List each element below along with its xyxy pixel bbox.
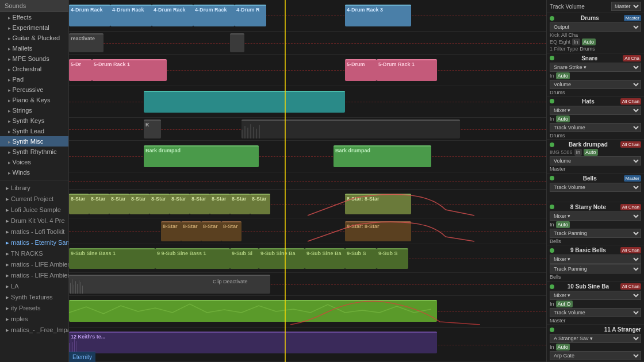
clip-subsine6[interactable]: 9-Sub S <box>345 248 377 269</box>
sidebar-synth-textures[interactable]: ▸ Synth Textures <box>0 292 68 303</box>
clip-drum2[interactable]: 4-Drum Rack <box>110 5 152 26</box>
clip-8star2-4-label: 8-Star <box>223 224 238 229</box>
hats-select[interactable]: Mixer ▾ <box>550 106 641 115</box>
clip-bark1-label: Bark drumpad <box>145 148 181 153</box>
sidebar-tn-racks[interactable]: ▸ TN RACKS <box>0 248 68 259</box>
clip-8star4[interactable]: 8-Star <box>129 194 150 214</box>
sidebar-item-guitar[interactable]: Guitar & Plucked <box>0 33 68 43</box>
sidebar-item-percussive[interactable]: Percussive <box>0 84 68 95</box>
clip-subsine4[interactable]: 9-Sub Sine Ba <box>259 248 305 269</box>
clip-drum6[interactable]: 4-Drum Rack 3 <box>345 5 411 26</box>
clip-subsine1[interactable]: 9-Sub Sine Bass 1 <box>69 248 155 269</box>
sidebar-item-synthmisc[interactable]: Synth Misc <box>0 136 68 147</box>
sidebar-item-strings[interactable]: Strings <box>0 105 68 115</box>
sidebar-item-pad[interactable]: Pad <box>0 74 68 84</box>
clip-8star6[interactable]: 8-Star <box>170 194 190 214</box>
clip-8star2-big[interactable]: 8-Star: 8-Star <box>345 221 411 241</box>
right-panel-master-select[interactable]: Master <box>611 2 641 11</box>
sidebar-item-synthrhythmic[interactable]: Synth Rhythmic <box>0 147 68 157</box>
clip-bark2[interactable]: Bark drumpad <box>334 145 431 167</box>
clip-drum1[interactable]: 4-Drum Rack <box>69 5 110 26</box>
clip-8star3[interactable]: 8-Star <box>109 194 129 214</box>
11stranger-select[interactable]: A Stranger Sav ▾ <box>550 334 641 343</box>
10sub-master-label: Master <box>550 318 566 324</box>
sidebar-item-mpe[interactable]: MPE Sounds <box>0 53 68 64</box>
clip-8star2-4[interactable]: 8-Star <box>221 221 241 241</box>
sidebar-current-project[interactable]: ▸ Current Project <box>0 194 68 205</box>
sidebar-item-voices[interactable]: Voices <box>0 157 68 167</box>
track-rows-container: 4-Drum Rack 4-Drum Rack 4-Drum Rack 4-Dr… <box>69 0 546 362</box>
clip-k1[interactable]: K <box>144 120 161 138</box>
clip-8star3-label: 8-Star <box>111 196 126 202</box>
clip-8star1[interactable]: 8-Star <box>69 194 89 214</box>
snare-vol-select[interactable]: Volume <box>550 80 641 89</box>
clip-subsine5[interactable]: 9-Sub Sine Ba <box>305 248 345 269</box>
bells-vol-select[interactable]: Track Volume <box>550 183 641 192</box>
clip-keith1-label: 12 Keith's te... <box>71 334 105 340</box>
clip-8star10[interactable]: 8-Star <box>250 194 270 214</box>
sidebar-mples[interactable]: ▸ mples <box>0 314 68 325</box>
starry-mixer-select[interactable]: Mixer ▾ <box>550 211 641 221</box>
sidebar-eternity-samp[interactable]: ▸ matics - Eternity Samp <box>0 237 68 248</box>
sidebar-library[interactable]: ▸ Library <box>0 183 68 194</box>
svg-rect-1 <box>244 126 246 138</box>
sidebar-life-ambient-1[interactable]: ▸ matics - LIFE Ambient <box>0 259 68 270</box>
bark-vol-select[interactable]: Volume <box>550 156 641 165</box>
clip-subsine7[interactable]: 9-Sub S <box>377 248 408 269</box>
sidebar-ity-presets[interactable]: ▸ ity Presets <box>0 303 68 314</box>
sidebar-free-impa[interactable]: ▸ matics_- _Free_Impa <box>0 325 68 336</box>
11stranger-in-label: In <box>550 344 554 350</box>
10sub-vol-select[interactable]: Track Volume <box>550 308 641 317</box>
11stranger-arpgate-select[interactable]: Arp Gate <box>550 351 641 360</box>
clip-8star2-2[interactable]: 8-Star <box>181 221 201 241</box>
sidebar-item-winds[interactable]: Winds <box>0 167 68 178</box>
clip-5drum2[interactable]: 5-Drum Rack 1 <box>92 59 167 81</box>
clip-8star2[interactable]: 8-Star <box>89 194 109 214</box>
clip-drum6-label: 4-Drum Rack 3 <box>347 7 383 13</box>
clip-drum3[interactable]: 4-Drum Rack <box>152 5 193 26</box>
9bells-pan-select[interactable]: Track Panning <box>550 264 641 274</box>
sidebar-item-orchestral[interactable]: Orchestral <box>0 64 68 74</box>
clip-5drum1[interactable]: 5-Dr <box>69 59 92 81</box>
clip-drum4[interactable]: 4-Drum Rack <box>193 5 235 26</box>
clip-drum5[interactable]: 4-Drum R <box>235 5 266 26</box>
clip-stranger1[interactable] <box>69 300 437 322</box>
sidebar-item-synthkeys[interactable]: Synth Keys <box>0 115 68 126</box>
clip-8star7[interactable]: 8-Star <box>190 194 210 214</box>
clip-8star2-3[interactable]: 8-Star <box>201 221 221 241</box>
sidebar-item-synthlead[interactable]: Synth Lead <box>0 126 68 136</box>
clip-8star8[interactable]: 8-Star <box>210 194 230 214</box>
sidebar-drum-kit[interactable]: ▸ Drum Kit Vol. 4 Pre <box>0 215 68 226</box>
clip-k2[interactable] <box>241 120 460 138</box>
sidebar-item-effects[interactable]: Effects <box>0 12 68 22</box>
clip-subsine3[interactable]: 9-Sub Si <box>230 248 259 269</box>
clip-8star-big[interactable]: 8-Star: 8-Star <box>345 194 411 214</box>
clip-hats1[interactable] <box>144 91 345 113</box>
hats-vol-select[interactable]: Track Volume <box>550 123 641 132</box>
clip-5drum1-label: 5-Dr <box>71 61 81 67</box>
sidebar-item-experimental[interactable]: Experimental <box>0 22 68 33</box>
clip-react2[interactable] <box>230 33 244 52</box>
clip-subsine2[interactable]: 9 9-Sub Sine Bass 1 <box>155 248 230 269</box>
clip-keith1[interactable]: 12 Keith's te... <box>69 332 437 353</box>
sidebar-item-piano[interactable]: Piano & Keys <box>0 95 68 105</box>
starry-pan-select[interactable]: Track Panning <box>550 229 641 238</box>
clip-5drum3[interactable]: 5-Drum <box>345 59 377 81</box>
snare-select[interactable]: Snare Strike ▾ <box>550 63 641 72</box>
clip-5drum4[interactable]: 5-Drum Rack 1 <box>377 59 437 81</box>
clip-bark1[interactable]: Bark drumpad <box>144 145 259 167</box>
clip-8star9[interactable]: 8-Star <box>230 194 250 214</box>
sidebar-la[interactable]: ▸ LA <box>0 281 68 292</box>
10sub-mixer-select[interactable]: Mixer ▾ <box>550 291 641 300</box>
sidebar-lofi-juice[interactable]: ▸ Lofi Juice Sample <box>0 205 68 215</box>
9bells-mixer-select[interactable]: Mixer ▾ <box>550 255 641 264</box>
clip-8star2-1[interactable]: 8-Star <box>161 221 181 241</box>
drums-output-select[interactable]: Output <box>550 22 641 32</box>
right-track-8starry: 8 Starry Note All Chan Mixer ▾ InAuto Tr… <box>547 202 644 245</box>
sidebar-item-mallets[interactable]: Mallets <box>0 43 68 53</box>
sidebar-life-ambient-2[interactable]: ▸ matics - LIFE Ambient <box>0 270 68 281</box>
drums-filter-value: Drums <box>580 46 595 52</box>
clip-react1[interactable]: reactivate <box>69 33 103 52</box>
clip-8star5[interactable]: 8-Star <box>150 194 170 214</box>
sidebar-lofi-toolkit[interactable]: ▸ matics - Lofi Toolkit <box>0 226 68 237</box>
